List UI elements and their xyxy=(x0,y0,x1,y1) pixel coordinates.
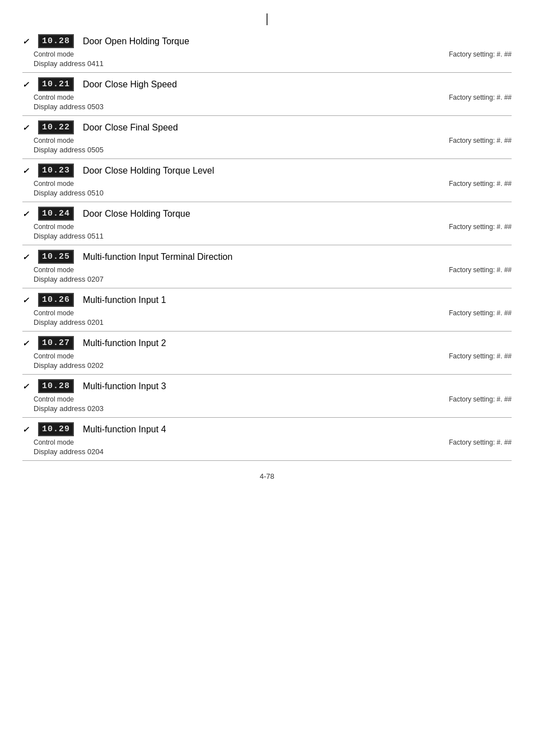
param-title-p1021: Door Close High Speed xyxy=(83,80,177,90)
wrench-icon-p1021: ✓ xyxy=(22,80,29,89)
param-header-p1023: ✓ 10.23 Door Close Holding Torque Level xyxy=(22,164,512,178)
wrench-icon-p1028: ✓ xyxy=(22,382,29,391)
param-meta-p1020: Control mode Factory setting: #. ## xyxy=(22,50,512,58)
page-number: 4-78 xyxy=(260,472,274,480)
led-code-p1022: 10.22 xyxy=(42,123,70,132)
led-code-p1029: 10.29 xyxy=(42,424,70,434)
led-code-p1023: 10.23 xyxy=(42,166,70,175)
param-meta-p1025: Control mode Factory setting: #. ## xyxy=(22,266,512,274)
control-mode-p1024: Control mode xyxy=(34,223,74,231)
display-address-p1020: Display address 0411 xyxy=(22,59,512,68)
factory-setting-p1026: Factory setting: #. ## xyxy=(449,309,512,317)
control-mode-p1026: Control mode xyxy=(34,309,74,317)
param-title-p1029: Multi-function Input 4 xyxy=(83,424,166,435)
wrench-icon-p1020: ✓ xyxy=(22,37,29,46)
param-meta-p1023: Control mode Factory setting: #. ## xyxy=(22,180,512,188)
display-address-p1027: Display address 0202 xyxy=(22,361,512,370)
control-mode-p1028: Control mode xyxy=(34,395,74,403)
param-header-p1022: ✓ 10.22 Door Close Final Speed xyxy=(22,120,512,134)
param-title-p1028: Multi-function Input 3 xyxy=(83,381,166,391)
parameters-container: ✓ 10.28 Door Open Holding Torque Control… xyxy=(22,34,512,461)
factory-setting-p1022: Factory setting: #. ## xyxy=(449,137,512,144)
led-display-p1022: 10.22 xyxy=(38,120,74,134)
wrench-icon-p1027: ✓ xyxy=(22,339,29,348)
control-mode-p1020: Control mode xyxy=(34,50,74,58)
parameter-block-p1021: ✓ 10.21 Door Close High Speed Control mo… xyxy=(22,77,512,116)
param-header-p1025: ✓ 10.25 Multi-function Input Terminal Di… xyxy=(22,250,512,264)
param-meta-p1028: Control mode Factory setting: #. ## xyxy=(22,395,512,403)
param-meta-p1026: Control mode Factory setting: #. ## xyxy=(22,309,512,317)
led-code-p1020: 10.28 xyxy=(42,36,70,46)
param-header-p1026: ✓ 10.26 Multi-function Input 1 xyxy=(22,293,512,307)
display-address-p1023: Display address 0510 xyxy=(22,189,512,197)
led-code-p1028: 10.28 xyxy=(42,381,70,391)
parameter-block-p1023: ✓ 10.23 Door Close Holding Torque Level … xyxy=(22,164,512,202)
param-title-p1024: Door Close Holding Torque xyxy=(83,209,190,219)
wrench-icon-p1023: ✓ xyxy=(22,166,29,175)
param-meta-p1021: Control mode Factory setting: #. ## xyxy=(22,94,512,101)
wrench-icon-p1025: ✓ xyxy=(22,253,29,262)
led-code-p1026: 10.26 xyxy=(42,295,70,305)
param-title-p1023: Door Close Holding Torque Level xyxy=(83,166,214,176)
control-mode-p1021: Control mode xyxy=(34,94,74,101)
page-footer: 4-78 xyxy=(22,472,512,480)
display-address-p1028: Display address 0203 xyxy=(22,404,512,413)
factory-setting-p1027: Factory setting: #. ## xyxy=(449,352,512,360)
led-code-p1021: 10.21 xyxy=(42,80,70,89)
led-display-p1023: 10.23 xyxy=(38,164,74,178)
factory-setting-p1023: Factory setting: #. ## xyxy=(449,180,512,188)
factory-setting-p1028: Factory setting: #. ## xyxy=(449,395,512,403)
page-header: | xyxy=(22,11,512,26)
display-address-p1025: Display address 0207 xyxy=(22,275,512,283)
control-mode-p1023: Control mode xyxy=(34,180,74,188)
led-code-p1024: 10.24 xyxy=(42,209,70,218)
led-code-p1025: 10.25 xyxy=(42,252,70,262)
control-mode-p1029: Control mode xyxy=(34,438,74,446)
factory-setting-p1025: Factory setting: #. ## xyxy=(449,266,512,274)
led-display-p1024: 10.24 xyxy=(38,207,74,221)
parameter-block-p1022: ✓ 10.22 Door Close Final Speed Control m… xyxy=(22,120,512,159)
control-mode-p1025: Control mode xyxy=(34,266,74,274)
factory-setting-p1021: Factory setting: #. ## xyxy=(449,94,512,101)
param-title-p1020: Door Open Holding Torque xyxy=(83,36,189,46)
param-header-p1020: ✓ 10.28 Door Open Holding Torque xyxy=(22,34,512,48)
header-separator: | xyxy=(265,11,269,25)
led-display-p1025: 10.25 xyxy=(38,250,74,264)
param-header-p1027: ✓ 10.27 Multi-function Input 2 xyxy=(22,336,512,350)
display-address-p1029: Display address 0204 xyxy=(22,447,512,456)
wrench-icon-p1029: ✓ xyxy=(22,425,29,434)
parameter-block-p1027: ✓ 10.27 Multi-function Input 2 Control m… xyxy=(22,336,512,375)
factory-setting-p1029: Factory setting: #. ## xyxy=(449,438,512,446)
factory-setting-p1024: Factory setting: #. ## xyxy=(449,223,512,231)
display-address-p1021: Display address 0503 xyxy=(22,102,512,111)
led-display-p1020: 10.28 xyxy=(38,34,74,48)
led-display-p1029: 10.29 xyxy=(38,422,74,436)
parameter-block-p1020: ✓ 10.28 Door Open Holding Torque Control… xyxy=(22,34,512,73)
led-display-p1027: 10.27 xyxy=(38,336,74,350)
param-title-p1022: Door Close Final Speed xyxy=(83,123,178,133)
param-header-p1029: ✓ 10.29 Multi-function Input 4 xyxy=(22,422,512,436)
parameter-block-p1029: ✓ 10.29 Multi-function Input 4 Control m… xyxy=(22,422,512,461)
wrench-icon-p1024: ✓ xyxy=(22,209,29,218)
wrench-icon-p1026: ✓ xyxy=(22,296,29,305)
display-address-p1026: Display address 0201 xyxy=(22,318,512,326)
led-code-p1027: 10.27 xyxy=(42,338,70,348)
param-header-p1024: ✓ 10.24 Door Close Holding Torque xyxy=(22,207,512,221)
control-mode-p1022: Control mode xyxy=(34,137,74,144)
param-meta-p1022: Control mode Factory setting: #. ## xyxy=(22,137,512,144)
control-mode-p1027: Control mode xyxy=(34,352,74,360)
param-title-p1026: Multi-function Input 1 xyxy=(83,295,166,305)
param-header-p1028: ✓ 10.28 Multi-function Input 3 xyxy=(22,379,512,393)
led-display-p1021: 10.21 xyxy=(38,77,74,91)
param-meta-p1024: Control mode Factory setting: #. ## xyxy=(22,223,512,231)
parameter-block-p1025: ✓ 10.25 Multi-function Input Terminal Di… xyxy=(22,250,512,288)
led-display-p1026: 10.26 xyxy=(38,293,74,307)
param-title-p1027: Multi-function Input 2 xyxy=(83,338,166,348)
wrench-icon-p1022: ✓ xyxy=(22,123,29,132)
factory-setting-p1020: Factory setting: #. ## xyxy=(449,50,512,58)
parameter-block-p1028: ✓ 10.28 Multi-function Input 3 Control m… xyxy=(22,379,512,418)
param-meta-p1027: Control mode Factory setting: #. ## xyxy=(22,352,512,360)
parameter-block-p1026: ✓ 10.26 Multi-function Input 1 Control m… xyxy=(22,293,512,332)
display-address-p1024: Display address 0511 xyxy=(22,232,512,240)
led-display-p1028: 10.28 xyxy=(38,379,74,393)
